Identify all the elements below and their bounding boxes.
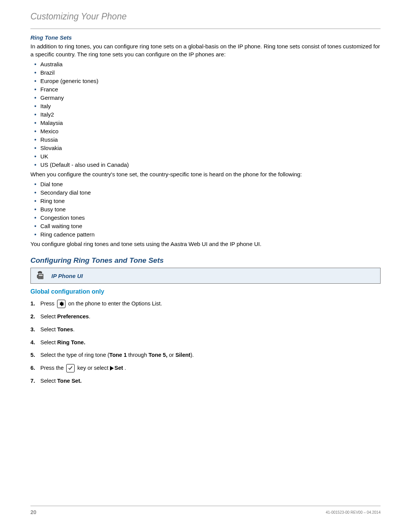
when-configure-text: When you configure the country's tone se…	[30, 170, 381, 178]
step-text: .	[89, 313, 90, 320]
list-item: Slovakia	[40, 144, 381, 152]
step-item: Select Ring Tone.	[30, 339, 381, 347]
list-item: Ring tone	[40, 197, 381, 205]
list-item: Dial tone	[40, 180, 381, 188]
step-text: Press the	[40, 365, 65, 371]
step-bold: Silent	[175, 352, 190, 358]
list-item: US (Default - also used in Canada)	[40, 160, 381, 169]
check-key-icon	[66, 364, 75, 372]
list-item: Brazil	[40, 68, 381, 77]
svg-point-6	[40, 278, 41, 279]
list-item: Italy2	[40, 110, 381, 118]
step-text: .	[123, 365, 126, 371]
doc-revision: 41-001523-00 REV00 – 04.2014	[326, 510, 381, 514]
list-item: UK	[40, 152, 381, 160]
svg-point-4	[42, 277, 43, 278]
svg-point-5	[39, 278, 40, 279]
list-item: Europe (generic tones)	[40, 77, 381, 85]
step-bold: Set	[115, 365, 123, 371]
configuring-heading: Configuring Ring Tones and Tone Sets	[30, 256, 381, 265]
step-bold: Tones	[57, 326, 73, 332]
list-item: Italy	[40, 102, 381, 110]
step-text: .	[73, 326, 75, 332]
ip-phone-ui-label: IP Phone UI	[51, 273, 83, 279]
ring-tone-sets-intro: In addition to ring tones, you can confi…	[30, 42, 381, 58]
step-text: Press	[40, 300, 54, 307]
global-config-heading: Global configuration only	[30, 288, 381, 295]
step-text: on the phone to enter the Options List.	[68, 300, 162, 307]
list-item: Malaysia	[40, 118, 381, 127]
play-icon	[110, 366, 114, 371]
list-item: Russia	[40, 135, 381, 144]
list-item: Secondary dial tone	[40, 188, 381, 197]
step-text: or	[169, 352, 175, 358]
step-text: Select	[40, 339, 57, 345]
list-item: France	[40, 85, 381, 93]
step-item: Select the type of ring tone (Tone 1 thr…	[30, 351, 381, 359]
page-footer: 20 41-001523-00 REV00 – 04.2014	[30, 506, 381, 515]
step-text: Select	[40, 326, 57, 332]
step-text: key or select	[77, 365, 110, 371]
step-text: ).	[190, 352, 194, 358]
step-item: Select Tone Set.	[30, 377, 381, 385]
step-bold: Tone 1	[109, 352, 127, 358]
steps-list: Press on the phone to enter the Options …	[30, 300, 381, 385]
list-item: Congestion tones	[40, 213, 381, 222]
step-bold: Ring Tone.	[57, 339, 85, 345]
svg-point-3	[40, 277, 41, 278]
list-item: Australia	[40, 60, 381, 68]
tones-list: Dial tone Secondary dial tone Ring tone …	[30, 180, 381, 238]
list-item: Call waiting tone	[40, 222, 381, 230]
page-number: 20	[30, 509, 37, 515]
list-item: Germany	[40, 93, 381, 102]
step-bold: Tone 5,	[148, 352, 169, 358]
svg-point-7	[42, 278, 43, 279]
step-bold: Preferences	[57, 313, 89, 320]
step-item: Select Preferences.	[30, 313, 381, 321]
step-text: Select	[40, 378, 57, 384]
step-item: Select Tones.	[30, 326, 381, 334]
step-text: Select the type of ring tone (	[40, 352, 109, 358]
gear-key-icon	[57, 300, 65, 308]
ring-tone-sets-heading: Ring Tone Sets	[30, 34, 381, 41]
phone-icon	[35, 271, 46, 281]
step-text: through	[127, 352, 148, 358]
closing-text: You configure global ring tones and tone…	[30, 240, 381, 248]
svg-rect-1	[39, 275, 43, 276]
list-item: Mexico	[40, 127, 381, 135]
page-header: Customizing Your Phone	[30, 11, 381, 29]
svg-point-2	[39, 277, 40, 278]
step-text: Select	[40, 313, 57, 320]
list-item: Busy tone	[40, 205, 381, 213]
ip-phone-ui-box: IP Phone UI	[30, 268, 381, 284]
country-list: Australia Brazil Europe (generic tones) …	[30, 60, 381, 169]
step-item: Press on the phone to enter the Options …	[30, 300, 381, 308]
step-item: Press the key or select Set .	[30, 364, 381, 372]
list-item: Ring cadence pattern	[40, 230, 381, 238]
step-bold: Tone Set.	[57, 378, 81, 384]
